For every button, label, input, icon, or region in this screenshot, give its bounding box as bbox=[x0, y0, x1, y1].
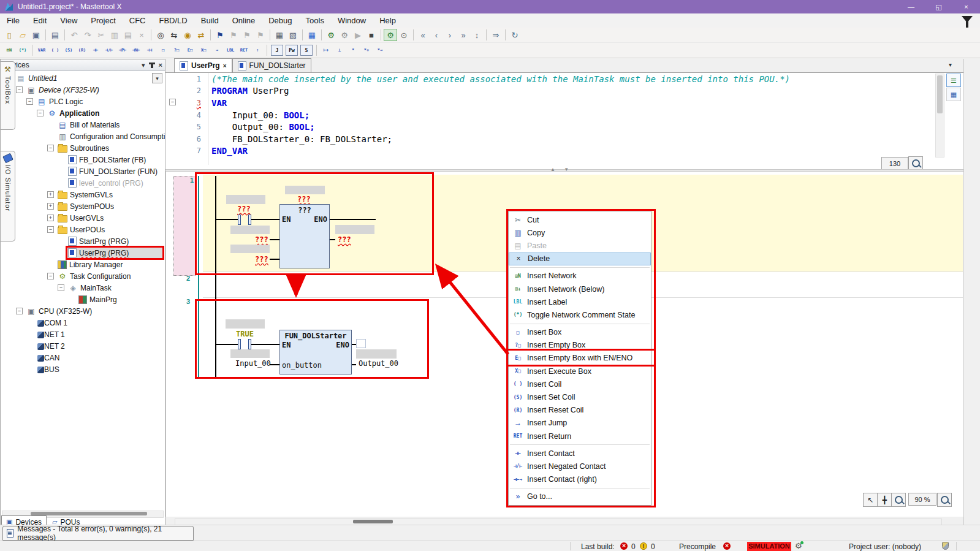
menu-item-insert-empty-box-with-en-eno[interactable]: E□Insert Empty Box with EN/ENO bbox=[509, 352, 651, 365]
code-zoom-value[interactable]: 130 bbox=[881, 157, 908, 170]
restore-button[interactable]: ◱ bbox=[925, 0, 952, 13]
ladder-zoom-button[interactable] bbox=[937, 493, 952, 507]
expand-toggle[interactable]: − bbox=[26, 98, 33, 105]
tree-item-application[interactable]: −⚙Application bbox=[1, 107, 165, 119]
panel-dropdown-icon[interactable]: ▾ bbox=[142, 61, 145, 69]
filter-funnel-icon[interactable] bbox=[962, 16, 973, 23]
function-box[interactable]: FUN_DOLStarter EN ENO on_button bbox=[279, 330, 352, 374]
refresh-button[interactable]: ↻ bbox=[508, 29, 522, 41]
simulation-button[interactable]: ⚙ bbox=[384, 29, 397, 41]
tree-item-library-manager[interactable]: Library Manager bbox=[1, 259, 165, 270]
expand-toggle[interactable]: − bbox=[16, 86, 23, 93]
operand-placeholder[interactable] bbox=[230, 349, 270, 358]
insert-coil-button[interactable]: ( ) bbox=[48, 44, 62, 56]
insert-var-button[interactable]: VAR bbox=[35, 44, 48, 56]
replace-button[interactable]: ⇆ bbox=[167, 29, 181, 41]
menu-item-insert-contact-right[interactable]: ⊣⊢→Insert Contact (right) bbox=[509, 473, 651, 486]
set-reset-button[interactable]: S bbox=[300, 45, 313, 56]
find-in-project-button[interactable]: ◉ bbox=[181, 29, 194, 41]
paste-button[interactable]: ▤ bbox=[121, 29, 135, 41]
menu-tools[interactable]: Tools bbox=[299, 16, 331, 25]
input-operand[interactable]: ??? bbox=[255, 235, 268, 244]
stop-button[interactable]: ■ bbox=[365, 29, 378, 41]
insert-falling-contact-button[interactable]: ⊣N⊢ bbox=[129, 44, 143, 56]
menu-cfc[interactable]: CFC bbox=[123, 16, 153, 25]
tree-item-bus[interactable]: BUS bbox=[1, 363, 165, 375]
forward-button[interactable]: ⇒ bbox=[489, 29, 503, 41]
code-vertical-scrollbar[interactable] bbox=[935, 74, 944, 158]
code-fold-toggle[interactable]: − bbox=[169, 99, 176, 105]
tree-item-usergvls[interactable]: +UserGVLs bbox=[1, 212, 165, 224]
operand-placeholder[interactable] bbox=[356, 349, 397, 359]
table-view-button[interactable]: ▦ bbox=[946, 88, 961, 101]
insert-empty-box-button[interactable]: ?□ bbox=[170, 44, 183, 56]
menu-debug[interactable]: Debug bbox=[262, 16, 298, 25]
menu-item-insert-reset-coil[interactable]: (R)Insert Reset Coil bbox=[509, 404, 651, 417]
edge-detection-button[interactable]: Pw bbox=[286, 45, 298, 56]
login-button[interactable]: ⚙ bbox=[324, 29, 338, 41]
step-out-button[interactable]: › bbox=[443, 29, 457, 41]
menu-item-insert-jump[interactable]: →Insert Jump bbox=[509, 417, 651, 430]
expand-toggle[interactable]: − bbox=[47, 145, 54, 151]
tree-item-net-1[interactable]: NET 1 bbox=[1, 329, 165, 340]
run-to-cursor-button[interactable]: » bbox=[457, 29, 470, 41]
insert-jump-button[interactable]: → bbox=[210, 44, 224, 56]
save-project-button[interactable]: ▣ bbox=[29, 29, 43, 41]
expand-toggle[interactable]: − bbox=[58, 284, 64, 291]
contact-symbol[interactable] bbox=[238, 339, 251, 349]
menu-item-insert-return[interactable]: RETInsert Return bbox=[509, 430, 651, 443]
code-view-button[interactable]: ☰ bbox=[946, 74, 961, 87]
tree-combo-button[interactable]: ▾ bbox=[152, 73, 162, 83]
tree-item-level-control-prg[interactable]: level_control (PRG) bbox=[1, 177, 165, 189]
menu-item-toggle-network-comment-state[interactable]: (*)Toggle Network Comment State bbox=[509, 308, 651, 321]
operand-placeholder[interactable] bbox=[285, 186, 325, 194]
code-zoom-button[interactable] bbox=[908, 156, 923, 170]
expand-toggle[interactable]: + bbox=[47, 191, 54, 198]
menu-fbd-ld[interactable]: FBD/LD bbox=[153, 16, 194, 25]
input-operand[interactable]: Input_00 bbox=[235, 359, 271, 368]
menu-help[interactable]: Help bbox=[373, 16, 403, 25]
menu-item-insert-network-below[interactable]: ⊞↓Insert Network (Below) bbox=[509, 283, 651, 295]
menu-item-insert-set-coil[interactable]: (S)Insert Set Coil bbox=[509, 390, 651, 403]
replace-in-project-button[interactable]: ⇄ bbox=[194, 29, 208, 41]
tab-io-simulator[interactable]: I/O Simulator bbox=[1, 151, 15, 241]
tree-item-net-2[interactable]: NET 2 bbox=[1, 340, 165, 352]
negate-button[interactable]: J bbox=[271, 45, 283, 56]
tree-item-userprg-prg[interactable]: UserPrg (PRG) bbox=[1, 247, 165, 259]
menu-item-insert-empty-box[interactable]: ?□Insert Empty Box bbox=[509, 339, 651, 352]
insert-wire-button[interactable]: * bbox=[346, 44, 360, 56]
menu-project[interactable]: Project bbox=[84, 16, 122, 25]
tree-item-userpous[interactable]: −UserPOUs bbox=[1, 224, 165, 235]
insert-parallel-contact-button[interactable]: ⊣⊣ bbox=[143, 44, 156, 56]
tab-overflow-icon[interactable]: ▾ bbox=[949, 61, 952, 68]
operand-placeholder[interactable] bbox=[226, 319, 265, 329]
cursor-tool-button[interactable]: ↖ bbox=[863, 493, 878, 507]
open-project-button[interactable]: ▱ bbox=[16, 29, 29, 41]
update-parameters-button[interactable]: ⇑ bbox=[251, 44, 264, 56]
insert-wire-right-button[interactable]: *→ bbox=[373, 44, 387, 56]
menu-build[interactable]: Build bbox=[194, 16, 226, 25]
tree-item-bill-of-materials[interactable]: ▤Bill of Materials bbox=[1, 119, 165, 131]
tab-userprg[interactable]: UserPrg × bbox=[174, 58, 232, 72]
insert-contact-button[interactable]: ⊣⊢ bbox=[89, 44, 102, 56]
expand-toggle[interactable]: − bbox=[47, 226, 54, 233]
tab-fun-dolstarter[interactable]: FUN_DOLStarter bbox=[232, 58, 311, 72]
insert-rising-contact-button[interactable]: ⊣P⊢ bbox=[116, 44, 129, 56]
menu-item-go-to[interactable]: »Go to... bbox=[509, 490, 651, 503]
operand-placeholder[interactable] bbox=[226, 195, 265, 204]
insert-reset-coil-button[interactable]: (R) bbox=[75, 44, 89, 56]
menu-item-insert-negated-contact[interactable]: ⊣/⊢Insert Negated Contact bbox=[509, 460, 651, 473]
expand-toggle[interactable]: − bbox=[16, 308, 23, 314]
next-bookmark-button[interactable]: ⚑ bbox=[240, 29, 254, 41]
toggle-flow-button[interactable]: ↕ bbox=[470, 29, 484, 41]
network-1-margin[interactable] bbox=[173, 176, 196, 276]
previous-bookmark-button[interactable]: ⚑ bbox=[227, 29, 240, 41]
tree-item-fun-dolstarter-fun[interactable]: FUN_DOLStarter (FUN) bbox=[1, 165, 165, 177]
tab-toolbox[interactable]: ⚒ ToolBox bbox=[1, 61, 15, 130]
print-button[interactable]: ▤ bbox=[48, 29, 62, 41]
menu-window[interactable]: Window bbox=[331, 16, 373, 25]
runtime-clock-button[interactable]: ⊙ bbox=[397, 29, 411, 41]
tree-item-cpu-xf325-w[interactable]: −▣CPU (XF325-W) bbox=[1, 305, 165, 317]
find-button[interactable]: ◎ bbox=[154, 29, 167, 41]
tree-item-untitled1[interactable]: −▤Untitled1▾ bbox=[1, 72, 165, 84]
